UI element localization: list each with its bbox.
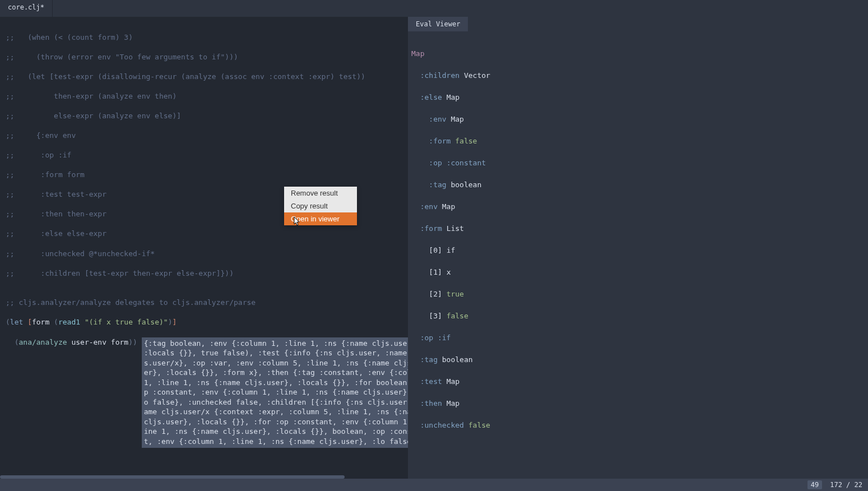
tab-core-clj[interactable]: core.clj* xyxy=(0,0,53,17)
status-bar: 49 172 / 22 xyxy=(0,479,868,491)
menu-remove-result[interactable]: Remove result xyxy=(284,187,357,200)
status-position: 172 / 22 xyxy=(830,481,862,489)
horizontal-scrollbar[interactable] xyxy=(0,475,345,479)
eval-viewer-content[interactable]: Map :children Vector :else Map :env Map … xyxy=(408,31,868,458)
eval-viewer-pane: Eval Viewer Map :children Vector :else M… xyxy=(408,17,868,479)
status-column: 49 xyxy=(807,480,822,489)
code-area[interactable]: ;; (when (< (count form) 3) ;; (throw (e… xyxy=(0,17,408,479)
right-tab-bar: Eval Viewer xyxy=(408,17,868,31)
left-tab-bar: core.clj* xyxy=(0,0,868,17)
editor-pane[interactable]: ;; (when (< (count form) 3) ;; (throw (e… xyxy=(0,17,408,479)
tab-eval-viewer[interactable]: Eval Viewer xyxy=(408,17,468,31)
eval-result-block[interactable]: {:tag boolean, :env {:column 1, :line 1,… xyxy=(142,337,408,448)
menu-copy-result[interactable]: Copy result xyxy=(284,200,357,212)
menu-open-in-viewer[interactable]: Open in viewer xyxy=(284,212,357,225)
context-menu: Remove result Copy result Open in viewer xyxy=(284,187,357,225)
